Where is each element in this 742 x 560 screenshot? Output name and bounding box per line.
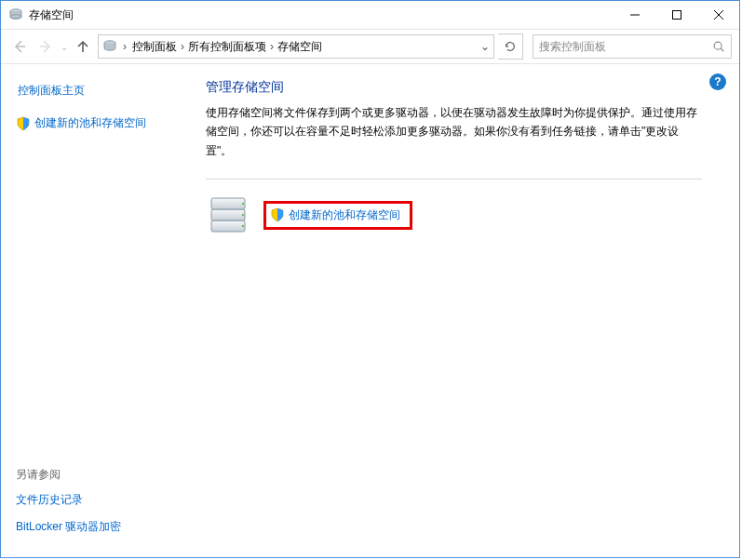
up-button[interactable] xyxy=(72,35,94,58)
breadcrumb-item[interactable]: 所有控制面板项 xyxy=(188,39,266,55)
svg-point-4 xyxy=(714,42,722,49)
svg-rect-9 xyxy=(211,198,245,209)
window-title: 存储空间 xyxy=(29,7,614,23)
link-label: 控制面板主页 xyxy=(18,83,85,99)
forward-button[interactable] xyxy=(34,35,57,58)
svg-point-10 xyxy=(242,203,244,205)
history-dropdown[interactable]: ⌄ xyxy=(61,42,68,52)
svg-point-6 xyxy=(242,225,244,227)
titlebar: 存储空间 xyxy=(1,1,739,30)
main-pane: 管理存储空间 使用存储空间将文件保存到两个或更多驱动器，以便在驱动器发生故障时为… xyxy=(187,64,739,557)
highlighted-action: 创建新的池和存储空间 xyxy=(263,201,412,230)
close-button[interactable] xyxy=(697,2,739,29)
shield-icon xyxy=(16,116,31,131)
breadcrumb-sep: › xyxy=(121,40,128,53)
maximize-button[interactable] xyxy=(655,2,697,29)
breadcrumb-sep: › xyxy=(268,40,276,53)
svg-point-8 xyxy=(242,214,244,216)
bitlocker-link[interactable]: BitLocker 驱动器加密 xyxy=(16,519,187,535)
page-description: 使用存储空间将文件保存到两个或更多驱动器，以便在驱动器发生故障时为你提供保护。通… xyxy=(206,103,702,160)
search-placeholder: 搜索控制面板 xyxy=(539,39,606,55)
svg-rect-2 xyxy=(672,11,681,20)
content-area: ? 控制面板主页 创建新的池和存储空间 另请参阅 文件历史记录 BitLoc xyxy=(1,64,739,557)
arrow-left-icon xyxy=(12,39,27,54)
link-label: 创建新的池和存储空间 xyxy=(34,115,146,131)
search-icon xyxy=(712,40,725,53)
svg-rect-5 xyxy=(211,220,245,232)
search-input[interactable]: 搜索控制面板 xyxy=(533,34,732,59)
svg-rect-7 xyxy=(211,209,245,220)
breadcrumb-item[interactable]: 存储空间 xyxy=(277,39,322,55)
refresh-button[interactable] xyxy=(498,33,523,60)
minimize-button[interactable] xyxy=(614,2,655,29)
see-also-section: 另请参阅 文件历史记录 BitLocker 驱动器加密 xyxy=(16,467,187,546)
minimize-icon xyxy=(630,10,640,20)
window-frame: 存储空间 ⌄ › 控制面板 › xyxy=(0,0,740,558)
arrow-right-icon xyxy=(38,39,53,54)
address-dropdown[interactable]: ⌄ xyxy=(477,40,490,53)
page-heading: 管理存储空间 xyxy=(206,79,702,96)
see-also-title: 另请参阅 xyxy=(16,467,187,483)
storage-icon xyxy=(102,39,117,54)
action-row: 创建新的池和存储空间 xyxy=(206,193,702,237)
control-panel-home-link[interactable]: 控制面板主页 xyxy=(16,83,187,99)
create-pool-link-main[interactable]: 创建新的池和存储空间 xyxy=(289,207,400,223)
sidebar: 控制面板主页 创建新的池和存储空间 另请参阅 文件历史记录 BitLocker … xyxy=(1,64,187,557)
file-history-link[interactable]: 文件历史记录 xyxy=(16,492,187,508)
breadcrumbs: 控制面板 › 所有控制面板项 › 存储空间 xyxy=(132,39,473,55)
breadcrumb-item[interactable]: 控制面板 xyxy=(132,39,177,55)
storage-icon xyxy=(8,7,23,22)
address-bar[interactable]: › 控制面板 › 所有控制面板项 › 存储空间 ⌄ xyxy=(98,34,494,59)
refresh-icon xyxy=(504,40,517,53)
shield-icon xyxy=(270,207,285,222)
maximize-icon xyxy=(672,10,681,20)
breadcrumb-sep: › xyxy=(179,40,186,53)
arrow-up-icon xyxy=(75,39,90,54)
divider xyxy=(206,179,702,180)
back-button[interactable] xyxy=(8,35,31,58)
create-pool-link-sidebar[interactable]: 创建新的池和存储空间 xyxy=(16,115,187,131)
navbar: ⌄ › 控制面板 › 所有控制面板项 › 存储空间 ⌄ xyxy=(1,30,739,64)
drive-stack-icon xyxy=(206,193,250,237)
close-icon xyxy=(714,10,723,20)
